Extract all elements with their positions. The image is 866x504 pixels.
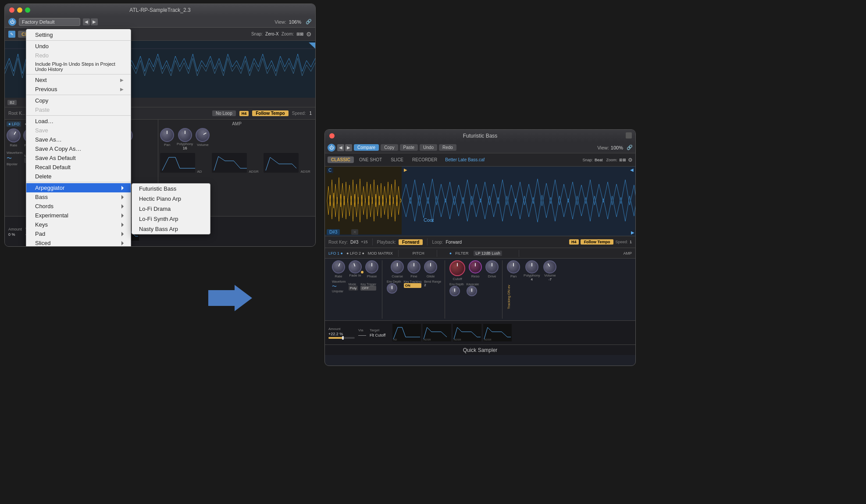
r-cutoff-knob[interactable] [449, 260, 465, 276]
r-filter-envdepth-knob[interactable] [449, 286, 460, 296]
right-zoom-icon[interactable]: ⊞⊠ [619, 158, 626, 162]
right-root-offset[interactable]: +15 [361, 240, 367, 244]
menu-experimental[interactable]: Experimental [26, 211, 131, 220]
menu-delete[interactable]: Delete [26, 172, 131, 181]
start-marker[interactable]: C [327, 167, 333, 173]
nav-next[interactable]: ▶ [91, 18, 98, 25]
minimize-btn[interactable] [17, 7, 22, 13]
right-close-btn[interactable] [329, 133, 335, 138]
r-poly-btn[interactable]: Poly [349, 286, 358, 291]
rate-knob[interactable] [4, 126, 23, 145]
lfo1-tab[interactable]: ● LFO [7, 121, 21, 127]
submenu-hectic-piano[interactable]: Hectic Piano Arp [132, 194, 210, 204]
hi-btn[interactable]: H4 [239, 111, 249, 116]
snap-val[interactable]: Zero-X [265, 32, 279, 36]
r-off-btn[interactable]: OFF [360, 286, 376, 291]
settings-icon[interactable]: ⚙ [306, 31, 312, 38]
redo-btn[interactable]: Redo [439, 144, 456, 151]
right-oneshot-tab[interactable]: ONE SHOT [356, 156, 385, 163]
maximize-btn[interactable] [25, 7, 30, 13]
r-envdepth2-knob[interactable] [387, 283, 397, 294]
menu-next[interactable]: Next ▶ [26, 75, 131, 85]
r-drive-knob[interactable] [485, 260, 499, 273]
submenu-nasty-bass[interactable]: Nasty Bass Arp [132, 224, 210, 234]
menu-bass[interactable]: Bass [26, 192, 131, 202]
right-lfo1-tab[interactable]: LFO 1 ● [328, 251, 343, 256]
b2-btn[interactable]: B2 [7, 100, 17, 105]
volume-knob[interactable] [193, 125, 213, 145]
compare-btn[interactable]: Compare [354, 144, 379, 151]
menu-sliced[interactable]: Sliced [26, 238, 131, 247]
menu-recall-default[interactable]: Recall Default [26, 163, 131, 172]
waveform-icon[interactable]: 〜 [7, 155, 22, 162]
menu-arpeggiator[interactable]: Arpeggiator Futuristic Bass Hectic Piano… [26, 183, 131, 192]
right-settings-icon[interactable]: ⚙ [628, 157, 633, 163]
nav-prev[interactable]: ◀ [83, 18, 90, 25]
submenu-lofi-drama[interactable]: Lo-Fi Drama [132, 204, 210, 214]
right-power-btn[interactable]: ⏻ [328, 144, 335, 152]
close-marker[interactable]: ✕ [351, 229, 358, 235]
right-root-key-val[interactable]: D#3 [350, 240, 358, 245]
right-snap-val[interactable]: Beat [595, 158, 603, 162]
r-phase-knob[interactable] [365, 260, 378, 273]
loop-btn[interactable]: No Loop [212, 110, 236, 116]
submenu-lofi-synth[interactable]: Lo-Fi Synth Arp [132, 214, 210, 224]
close-btn[interactable] [9, 7, 14, 13]
r-filter-keyscale-knob[interactable] [467, 286, 477, 296]
r-amount-thumb[interactable] [342, 336, 344, 340]
r-coarse-knob[interactable] [391, 260, 404, 273]
menu-load[interactable]: Load… [26, 117, 131, 126]
right-nav-next[interactable]: ▶ [345, 144, 352, 151]
undo-btn[interactable]: Undo [420, 144, 437, 151]
right-end-marker[interactable]: ◀ [630, 167, 634, 172]
edit-icon[interactable]: ✎ [8, 31, 15, 38]
menu-chords[interactable]: Chords [26, 202, 131, 211]
right-recorder-tab[interactable]: RECORDER [409, 156, 441, 163]
end-marker[interactable]: ▶ [404, 167, 407, 172]
r-reso-knob[interactable] [469, 260, 482, 273]
submenu-futuristic-bass[interactable]: Futuristic Bass [132, 184, 210, 194]
r-volume-knob[interactable] [541, 258, 559, 276]
r-waveform-icon[interactable]: 〜 [332, 283, 346, 290]
right-follow-tempo[interactable]: Follow Tempo [581, 239, 614, 245]
copy-btn[interactable]: Copy [381, 144, 398, 151]
right-pos-marker[interactable]: ▶ [631, 230, 634, 235]
right-nav-prev[interactable]: ◀ [337, 144, 344, 151]
r-glide-knob[interactable] [424, 260, 437, 273]
menu-save-as[interactable]: Save As… [26, 135, 131, 144]
right-hi-btn[interactable]: H4 [569, 239, 579, 245]
r-fine-knob[interactable] [407, 260, 421, 273]
pan-knob[interactable] [160, 128, 174, 142]
menu-keys[interactable]: Keys [26, 220, 131, 229]
right-lfo2-tab[interactable]: ● LFO 2 ● [346, 251, 364, 256]
speed-val[interactable]: 1 [309, 111, 312, 116]
r-amount-slider[interactable] [328, 337, 355, 339]
paste-btn[interactable]: Paste [400, 144, 418, 151]
position-d3[interactable]: D#3 [327, 229, 340, 235]
right-file-label[interactable]: Better Late Bass.caf [445, 157, 485, 162]
r-polyphony-knob[interactable] [525, 260, 538, 273]
menu-include-plugin-undo[interactable]: Include Plug-In Undo Steps in Project Un… [26, 60, 131, 73]
menu-save-default[interactable]: Save As Default [26, 153, 131, 163]
right-filter-preset[interactable]: LP 12dB Lush [474, 251, 502, 256]
right-speed-val[interactable]: 1 [630, 240, 632, 244]
polyphony-knob[interactable] [178, 128, 192, 142]
r-on-btn[interactable]: ON [404, 283, 421, 288]
right-classic-tab[interactable]: CLASSIC [328, 156, 354, 163]
r-pan-knob[interactable] [507, 260, 520, 273]
menu-save-copy-as[interactable]: Save A Copy As… [26, 144, 131, 153]
right-modmatrix-tab[interactable]: MOD MATRIX [368, 251, 393, 256]
right-slice-tab[interactable]: SLICE [387, 156, 407, 163]
right-loop-val[interactable]: Forward [445, 240, 462, 245]
right-resize-btn[interactable] [626, 132, 632, 138]
menu-copy[interactable]: Copy [26, 96, 131, 105]
preset-dropdown[interactable]: Factory Default [19, 18, 80, 26]
zoom-icon[interactable]: ⊞⊠ [296, 32, 303, 36]
menu-previous[interactable]: Previous ▶ [26, 85, 131, 94]
menu-pad[interactable]: Pad [26, 229, 131, 238]
power-button[interactable]: ⏻ [8, 18, 16, 26]
menu-undo[interactable]: Undo [26, 42, 131, 51]
follow-tempo-btn[interactable]: Follow Tempo [252, 110, 288, 116]
menu-setting[interactable]: Setting [26, 30, 131, 39]
right-playback-val[interactable]: Forward [399, 239, 423, 245]
